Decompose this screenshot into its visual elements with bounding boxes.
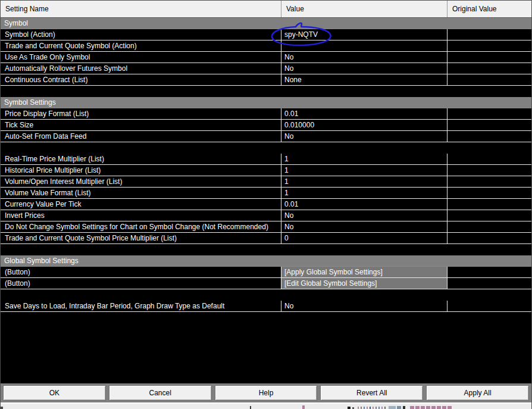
setting-row: Currency Value Per Tick0.01 bbox=[1, 199, 531, 210]
settings-table: SymbolSymbol (Action)spy-NQTVTrade and C… bbox=[1, 18, 531, 312]
value-text: None bbox=[284, 76, 302, 84]
value-cell[interactable]: spy-NQTV bbox=[281, 29, 447, 40]
background-chart-mark bbox=[442, 406, 446, 409]
original-value-cell bbox=[447, 108, 531, 119]
setting-name-cell[interactable]: Symbol (Action) bbox=[1, 29, 281, 40]
value-text: [Apply Global Symbol Settings] bbox=[284, 268, 383, 276]
background-chart-mark bbox=[426, 406, 430, 409]
background-chart-mark bbox=[1, 407, 3, 409]
setting-row: Real-Time Price Multiplier (List)1 bbox=[1, 154, 531, 165]
background-chart-mark bbox=[250, 406, 251, 409]
setting-row: Trade and Current Quote Symbol Price Mul… bbox=[1, 233, 531, 244]
value-cell[interactable]: 1 bbox=[281, 188, 447, 198]
background-chart-mark bbox=[431, 406, 436, 409]
value-cell[interactable]: 1 bbox=[281, 176, 447, 187]
original-value-cell bbox=[447, 278, 531, 289]
setting-row: Auto-Set From Data FeedNo bbox=[1, 131, 531, 142]
background-chart-mark bbox=[437, 406, 441, 409]
section-header-row: Symbol Settings bbox=[1, 97, 531, 108]
value-cell[interactable]: 1 bbox=[281, 154, 447, 164]
spacer-row bbox=[1, 142, 531, 154]
revert-all-button[interactable]: Revert All bbox=[320, 385, 423, 401]
original-value-cell bbox=[447, 29, 531, 40]
value-text: 0 bbox=[284, 234, 289, 242]
setting-name-cell[interactable]: Real-Time Price Multiplier (List) bbox=[1, 154, 281, 164]
setting-name-cell[interactable]: Historical Price Multiplier (List) bbox=[1, 165, 281, 176]
original-value-cell bbox=[447, 221, 531, 232]
setting-name-cell[interactable]: Use As Trade Only Symbol bbox=[1, 52, 281, 63]
setting-name-cell[interactable]: Auto-Set From Data Feed bbox=[1, 131, 281, 142]
setting-name-cell[interactable]: Volume Value Format (List) bbox=[1, 188, 281, 198]
setting-name-cell[interactable]: (Button) bbox=[1, 278, 281, 289]
value-cell[interactable]: 0.010000 bbox=[281, 120, 447, 130]
original-value-cell bbox=[447, 210, 531, 221]
setting-name-cell[interactable]: Price Display Format (List) bbox=[1, 108, 281, 119]
setting-row: Use As Trade Only SymbolNo bbox=[1, 52, 531, 63]
section-label: Symbol bbox=[1, 18, 531, 29]
original-value-cell bbox=[447, 176, 531, 187]
setting-name-cell[interactable]: Trade and Current Quote Symbol (Action) bbox=[1, 40, 281, 51]
value-text: No bbox=[284, 64, 293, 73]
section-header-row: Global Symbol Settings bbox=[1, 255, 531, 267]
section-header-row: Symbol bbox=[1, 18, 531, 29]
value-cell[interactable]: No bbox=[281, 221, 447, 232]
section-label: Symbol Settings bbox=[1, 97, 531, 108]
value-cell[interactable]: 0.01 bbox=[281, 108, 447, 119]
dialog-button-bar: OKCancelHelpRevert AllApply All bbox=[1, 383, 531, 402]
background-chart-mark bbox=[373, 407, 374, 409]
original-value-cell bbox=[447, 267, 531, 277]
setting-name-cell[interactable]: Continuous Contract (List) bbox=[1, 74, 281, 85]
background-chart-mark bbox=[370, 407, 371, 409]
cancel-button[interactable]: Cancel bbox=[109, 385, 212, 401]
setting-name-cell[interactable]: Save Days to Load, Intraday Bar Period, … bbox=[1, 301, 281, 311]
value-cell[interactable]: 0.01 bbox=[281, 199, 447, 210]
setting-row: Symbol (Action)spy-NQTV bbox=[1, 29, 531, 40]
section-label: Global Symbol Settings bbox=[1, 255, 531, 266]
value-cell[interactable] bbox=[281, 40, 447, 51]
value-cell[interactable]: No bbox=[281, 52, 447, 63]
value-text: 1 bbox=[284, 177, 289, 186]
setting-name-cell[interactable]: Tick Size bbox=[1, 120, 281, 130]
value-cell[interactable]: [Apply Global Symbol Settings] bbox=[281, 267, 447, 277]
original-value-cell bbox=[447, 52, 531, 63]
value-text: 1 bbox=[284, 155, 289, 163]
column-header-value: Value bbox=[281, 1, 447, 17]
background-chart-mark bbox=[403, 406, 405, 409]
apply-all-button[interactable]: Apply All bbox=[426, 385, 529, 401]
background-chart-mark bbox=[367, 407, 368, 409]
original-value-cell bbox=[447, 188, 531, 198]
value-cell[interactable]: [Edit Global Symbol Settings] bbox=[281, 278, 447, 289]
value-text: No bbox=[284, 211, 293, 220]
setting-name-cell[interactable]: (Button) bbox=[1, 267, 281, 277]
value-cell[interactable]: None bbox=[281, 74, 447, 85]
setting-name-cell[interactable]: Do Not Change Symbol Settings for Chart … bbox=[1, 221, 281, 232]
setting-row: Do Not Change Symbol Settings for Chart … bbox=[1, 221, 531, 233]
setting-name-cell[interactable]: Automatically Rollover Futures Symbol bbox=[1, 63, 281, 74]
setting-name-cell[interactable]: Trade and Current Quote Symbol Price Mul… bbox=[1, 233, 281, 243]
help-button[interactable]: Help bbox=[215, 385, 318, 401]
value-cell[interactable]: No bbox=[281, 131, 447, 142]
setting-row: Trade and Current Quote Symbol (Action) bbox=[1, 40, 531, 52]
value-text: No bbox=[284, 132, 293, 141]
setting-name-cell[interactable]: Invert Prices bbox=[1, 210, 281, 221]
table-empty-area bbox=[1, 312, 531, 383]
value-cell[interactable]: No bbox=[281, 301, 447, 311]
value-cell[interactable]: No bbox=[281, 210, 447, 221]
symbol-settings-dialog: Setting Name Value Original Value Symbol… bbox=[0, 0, 532, 409]
value-text: No bbox=[284, 53, 293, 61]
original-value-cell bbox=[447, 40, 531, 51]
setting-name-cell[interactable]: Currency Value Per Tick bbox=[1, 199, 281, 210]
spacer-row bbox=[1, 86, 531, 97]
value-cell[interactable]: No bbox=[281, 63, 447, 74]
ok-button[interactable]: OK bbox=[3, 385, 106, 401]
value-cell[interactable]: 0 bbox=[281, 233, 447, 243]
original-value-cell bbox=[447, 233, 531, 243]
value-cell[interactable]: 1 bbox=[281, 165, 447, 176]
setting-row: Invert PricesNo bbox=[1, 210, 531, 221]
value-text: [Edit Global Symbol Settings] bbox=[284, 279, 377, 288]
setting-row: Save Days to Load, Intraday Bar Period, … bbox=[1, 301, 531, 312]
background-chart-mark bbox=[415, 406, 420, 409]
setting-row: Volume Value Format (List)1 bbox=[1, 188, 531, 199]
setting-name-cell[interactable]: Volume/Open Interest Multiplier (List) bbox=[1, 176, 281, 187]
value-text: 0.01 bbox=[284, 110, 298, 118]
